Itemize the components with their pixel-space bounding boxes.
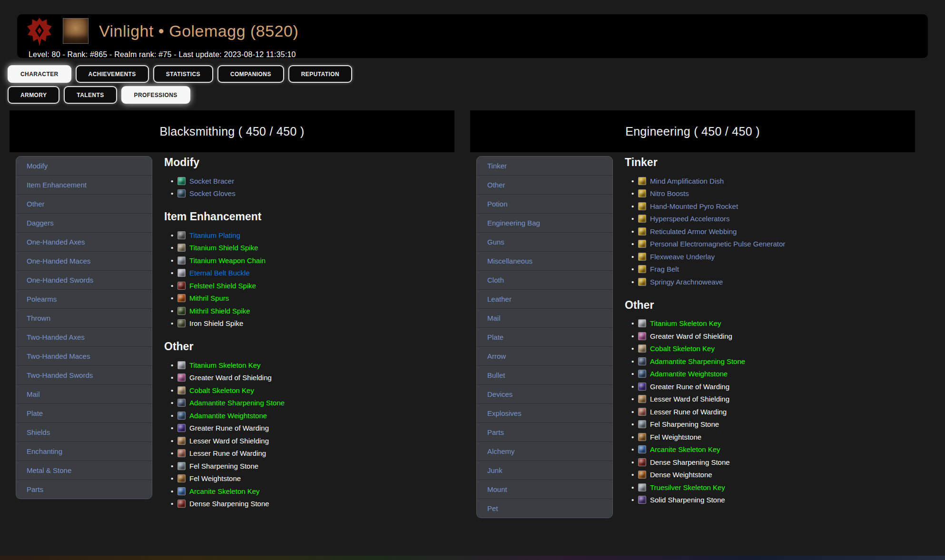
tab-armory[interactable]: ARMORY [8, 86, 59, 104]
recipe-item-link[interactable]: Dense Sharpening Stone [189, 500, 269, 508]
recipe-item-link[interactable]: Dense Weightstone [650, 471, 712, 479]
recipe-item-link[interactable]: Lesser Ward of Shielding [189, 437, 269, 445]
recipe-item-link[interactable]: Lesser Rune of Warding [650, 408, 727, 416]
category-item-tinker[interactable]: Tinker [477, 157, 612, 176]
category-item-miscellaneous[interactable]: Miscellaneous [477, 252, 612, 271]
tab-reputation[interactable]: REPUTATION [288, 65, 352, 83]
recipe-item: •Solid Sharpening Stone [631, 494, 915, 507]
recipe-item-link[interactable]: Mind Amplification Dish [650, 177, 724, 185]
recipe-item-link[interactable]: Fel Sharpening Stone [650, 420, 719, 428]
category-item-one-handed-maces[interactable]: One-Handed Maces [16, 252, 152, 271]
recipe-item-link[interactable]: Springy Arachnoweave [650, 278, 723, 286]
category-item-one-handed-swords[interactable]: One-Handed Swords [16, 271, 152, 290]
category-item-mail[interactable]: Mail [16, 385, 152, 404]
recipe-item-link[interactable]: Titanium Weapon Chain [189, 256, 266, 265]
recipe-item-link[interactable]: Felsteel Shield Spike [189, 282, 256, 290]
recipe-item-link[interactable]: Arcanite Skeleton Key [189, 487, 260, 495]
category-item-daggers[interactable]: Daggers [16, 214, 152, 233]
recipe-item-link[interactable]: Truesilver Skeleton Key [650, 483, 725, 491]
recipe-item-link[interactable]: Personal Electromagnetic Pulse Generator [650, 240, 785, 248]
recipe-item-link[interactable]: Cobalt Skeleton Key [650, 344, 715, 353]
category-item-bullet[interactable]: Bullet [477, 366, 612, 385]
recipe-item-link[interactable]: Reticulated Armor Webbing [650, 227, 737, 236]
tab-character[interactable]: CHARACTER [8, 65, 71, 83]
category-item-leather[interactable]: Leather [477, 290, 612, 309]
recipe-item-link[interactable]: Adamantite Sharpening Stone [189, 399, 285, 407]
bullet-icon: • [631, 357, 638, 365]
category-item-item-enhancement[interactable]: Item Enhancement [16, 176, 152, 195]
recipe-item-link[interactable]: Iron Shield Spike [189, 319, 243, 327]
recipe-item-link[interactable]: Frag Belt [650, 265, 679, 273]
recipe-item-icon [177, 462, 186, 470]
recipe-item-link[interactable]: Eternal Belt Buckle [189, 269, 250, 277]
category-item-potion[interactable]: Potion [477, 195, 612, 214]
tab-talents[interactable]: TALENTS [64, 86, 117, 104]
category-item-shields[interactable]: Shields [16, 423, 152, 442]
category-item-plate[interactable]: Plate [16, 404, 152, 423]
category-item-other[interactable]: Other [16, 195, 152, 214]
recipe-item-icon [638, 215, 646, 223]
category-item-mail[interactable]: Mail [477, 309, 612, 328]
category-item-polearms[interactable]: Polearms [16, 290, 152, 309]
recipe-item-link[interactable]: Socket Gloves [189, 189, 236, 197]
category-item-arrow[interactable]: Arrow [477, 347, 612, 366]
recipe-item-link[interactable]: Greater Rune of Warding [189, 424, 269, 432]
recipe-item-link[interactable]: Dense Sharpening Stone [650, 458, 730, 466]
recipe-item-link[interactable]: Hyperspeed Accelerators [650, 215, 730, 223]
category-item-alchemy[interactable]: Alchemy [477, 442, 612, 461]
recipe-item-link[interactable]: Hand-Mounted Pyro Rocket [650, 202, 738, 210]
recipe-item-icon [638, 344, 646, 353]
recipe-item-link[interactable]: Cobalt Skeleton Key [189, 386, 254, 394]
recipe-item-link[interactable]: Titanium Skeleton Key [189, 361, 261, 369]
category-item-explosives[interactable]: Explosives [477, 404, 612, 423]
recipe-item: •Felsteel Shield Spike [171, 279, 454, 292]
category-item-thrown[interactable]: Thrown [16, 309, 152, 328]
recipe-item-link[interactable]: Flexweave Underlay [650, 253, 715, 261]
category-item-other[interactable]: Other [477, 176, 612, 195]
category-item-cloth[interactable]: Cloth [477, 271, 612, 290]
recipe-item-link[interactable]: Greater Ward of Shielding [189, 373, 272, 382]
category-item-plate[interactable]: Plate [477, 328, 612, 347]
recipe-item-link[interactable]: Mithril Shield Spike [189, 307, 250, 315]
category-item-engineering-bag[interactable]: Engineering Bag [477, 214, 612, 233]
recipe-item-link[interactable]: Titanium Plating [189, 231, 240, 239]
category-item-parts[interactable]: Parts [16, 480, 152, 499]
category-item-metal-stone[interactable]: Metal & Stone [16, 461, 152, 480]
recipe-item-link[interactable]: Adamantite Weightstone [650, 370, 728, 378]
category-item-parts[interactable]: Parts [477, 423, 612, 442]
category-item-junk[interactable]: Junk [477, 461, 612, 480]
recipe-item-link[interactable]: Titanium Skeleton Key [650, 319, 721, 327]
category-item-pet[interactable]: Pet [477, 499, 612, 518]
recipe-item-link[interactable]: Mithril Spurs [189, 294, 229, 302]
recipe-item-link[interactable]: Fel Weightstone [650, 433, 701, 441]
recipe-item-link[interactable]: Greater Rune of Warding [650, 383, 729, 391]
category-item-one-handed-axes[interactable]: One-Handed Axes [16, 233, 152, 252]
category-item-enchanting[interactable]: Enchanting [16, 442, 152, 461]
recipe-item-link[interactable]: Fel Sharpening Stone [189, 462, 258, 470]
tab-companions[interactable]: COMPANIONS [217, 65, 284, 83]
recipe-item-link[interactable]: Adamantite Sharpening Stone [650, 357, 745, 365]
recipe-item-icon [638, 483, 646, 491]
recipe-item-link[interactable]: Greater Ward of Shielding [650, 332, 732, 340]
recipe-item-link[interactable]: Lesser Rune of Warding [189, 449, 266, 457]
category-item-guns[interactable]: Guns [477, 233, 612, 252]
recipe-item-link[interactable]: Arcanite Skeleton Key [650, 445, 720, 453]
recipe-item-link[interactable]: Lesser Ward of Shielding [650, 395, 729, 403]
category-item-modify[interactable]: Modify [16, 157, 152, 176]
recipe-item: •Dense Sharpening Stone [171, 498, 454, 511]
tab-statistics[interactable]: STATISTICS [153, 65, 213, 83]
recipe-item-link[interactable]: Titanium Shield Spike [189, 244, 258, 252]
recipe-item-link[interactable]: Solid Sharpening Stone [650, 496, 725, 504]
recipe-item-link[interactable]: Nitro Boosts [650, 189, 689, 197]
category-item-two-handed-axes[interactable]: Two-Handed Axes [16, 328, 152, 347]
category-item-mount[interactable]: Mount [477, 480, 612, 499]
tab-professions[interactable]: PROFESSIONS [121, 86, 190, 104]
tab-achievements[interactable]: ACHIEVEMENTS [76, 65, 149, 83]
category-item-devices[interactable]: Devices [477, 385, 612, 404]
category-item-two-handed-maces[interactable]: Two-Handed Maces [16, 347, 152, 366]
category-item-two-handed-swords[interactable]: Two-Handed Swords [16, 366, 152, 385]
recipe-item-link[interactable]: Adamantite Weightstone [189, 412, 267, 420]
bullet-icon: • [631, 278, 638, 286]
recipe-item-link[interactable]: Socket Bracer [189, 177, 234, 185]
recipe-item-link[interactable]: Fel Weightstone [189, 474, 241, 482]
